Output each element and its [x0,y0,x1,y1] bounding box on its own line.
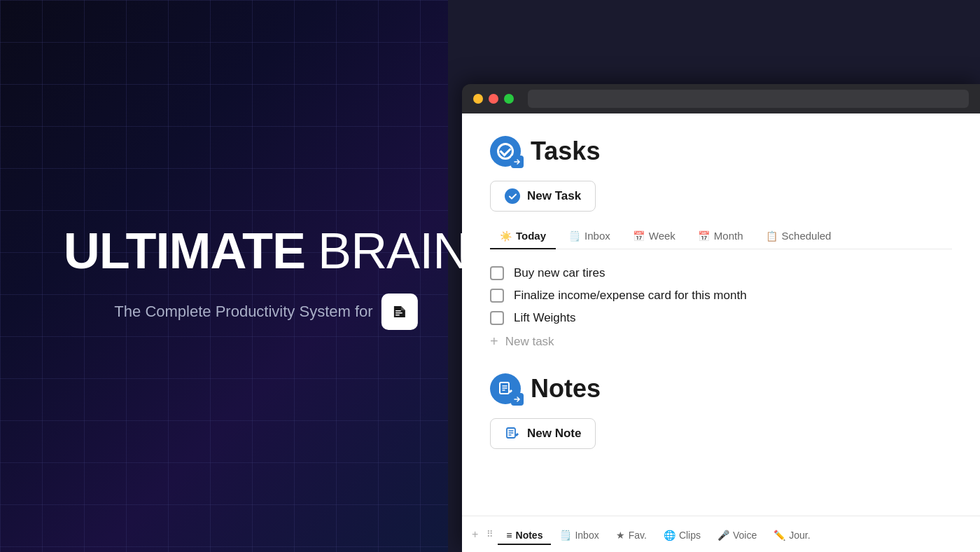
notes-inbox-icon: 🗒️ [559,530,571,541]
notes-list-icon: ≡ [506,530,512,541]
fav-icon: ★ [616,530,625,541]
task-item: Finalize income/expense card for this mo… [490,284,952,307]
tab-today[interactable]: ☀️ Today [490,224,556,249]
bottom-tab-fav[interactable]: ★ Fav. [608,524,655,545]
task-item: Lift Weights [490,307,952,329]
edit-icon [505,426,520,441]
tab-inbox-label: Inbox [584,230,610,242]
browser-titlebar [462,84,980,113]
tab-week[interactable]: 📅 Week [623,224,685,249]
grid-icon[interactable]: ⠿ [482,523,498,545]
bottom-tab-voice-label: Voice [733,530,757,541]
plus-icon: + [490,333,498,350]
tasks-tab-bar: ☀️ Today 🗒️ Inbox 📅 Week 📅 Month [490,224,952,249]
tasks-title: Tasks [531,137,600,166]
bottom-tab-voice[interactable]: 🎤 Voice [709,524,765,545]
bottom-tab-notes[interactable]: ≡ Notes [498,524,551,545]
bottom-tab-notes-label: Notes [516,530,543,541]
tab-scheduled-label: Scheduled [782,230,832,242]
title-ultimate: ULTIMATE [64,222,305,280]
browser-content: Tasks New Task ☀️ Today [462,113,980,552]
new-task-inline-label: New task [505,335,554,349]
task-checkbox-2[interactable] [490,289,504,303]
notes-arrow-icon [511,393,524,406]
notes-title: Notes [531,374,601,403]
bottom-tab-clips-label: Clips [679,530,701,541]
tab-today-label: Today [516,230,546,242]
notes-bottom-tab-bar: + ⠿ ≡ Notes 🗒️ Inbox ★ Fav. [462,516,980,552]
notes-section-header: Notes [490,373,952,404]
new-task-label: New Task [527,189,581,203]
notion-logo [382,294,418,330]
voice-icon: 🎤 [718,530,729,541]
bottom-tab-journal[interactable]: ✏️ Jour. [765,524,818,545]
tasks-section-header: Tasks [490,136,952,167]
inbox-icon: 🗒️ [568,230,580,242]
new-note-label: New Note [527,427,581,441]
notes-section: Notes New Note [490,373,952,449]
task-text-2: Finalize income/expense card for this mo… [514,289,747,303]
arrow-icon [511,156,524,168]
week-icon: 📅 [633,230,645,242]
subtitle-text: The Complete Productivity System for [114,303,372,321]
month-icon: 📅 [698,230,710,242]
tab-scheduled[interactable]: 📋 Scheduled [756,224,841,249]
tab-week-label: Week [649,230,676,242]
hero-content: ULTIMATE BRAIN The Complete Productivity… [64,222,468,330]
traffic-light-green[interactable] [504,94,514,104]
bottom-tab-inbox-label: Inbox [575,530,598,541]
sidebar-toggle[interactable]: + [468,523,482,546]
task-text-3: Lift Weights [514,311,576,325]
new-task-button[interactable]: New Task [490,181,596,212]
today-icon: ☀️ [500,230,512,242]
bottom-tab-clips[interactable]: 🌐 Clips [655,524,709,545]
subtitle-line: The Complete Productivity System for [64,294,468,330]
right-panel: Tasks New Task ☀️ Today [448,0,980,552]
tasks-icon [490,136,521,167]
journal-icon: ✏️ [774,530,785,541]
task-checkbox-3[interactable] [490,311,504,325]
new-note-button[interactable]: New Note [490,418,596,449]
title-line: ULTIMATE BRAIN [64,222,468,280]
tab-month[interactable]: 📅 Month [688,224,753,249]
clips-icon: 🌐 [664,530,676,541]
bottom-tab-journal-label: Jour. [789,530,810,541]
svg-rect-1 [396,310,401,312]
tab-inbox[interactable]: 🗒️ Inbox [559,224,620,249]
browser-window: Tasks New Task ☀️ Today [462,84,980,552]
notes-icon [490,373,521,404]
traffic-light-yellow[interactable] [473,94,483,104]
task-list: Buy new car tires Finalize income/expens… [490,262,952,354]
task-item: Buy new car tires [490,262,952,284]
url-bar[interactable] [528,90,969,108]
title-brain: BRAIN [318,222,468,280]
traffic-light-red[interactable] [489,94,498,104]
bottom-tab-inbox[interactable]: 🗒️ Inbox [551,524,607,545]
notion-page: Tasks New Task ☀️ Today [462,113,980,552]
new-task-inline[interactable]: + New task [490,329,952,354]
scheduled-icon: 📋 [766,230,778,242]
svg-rect-3 [396,315,400,316]
task-checkbox-1[interactable] [490,266,504,280]
tab-month-label: Month [714,230,743,242]
svg-rect-2 [396,312,402,314]
bottom-tab-fav-label: Fav. [629,530,647,541]
task-text-1: Buy new car tires [514,266,605,280]
check-circle-icon [505,188,520,204]
